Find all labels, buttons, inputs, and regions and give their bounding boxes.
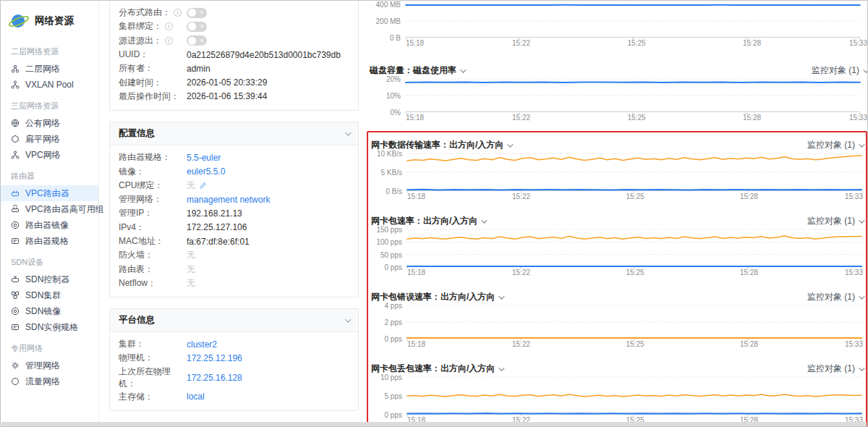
field-label: CPU绑定： [119, 179, 187, 192]
detail-row: Netflow：无 [119, 276, 349, 290]
x-axis-tick-label: 15:25 [626, 193, 644, 200]
sidebar-item-sdn镜像[interactable]: SDN镜像 [1, 303, 98, 319]
sidebar-item-vpc路由器[interactable]: VPC路由器 [1, 185, 98, 201]
sidebar-item-流量网络[interactable]: 流量网络 [1, 373, 98, 389]
vpc-router-detail-page: 网络资源 二层网络资源二层网络VXLAN Pool三层网络资源公有网络扁平网络V… [0, 0, 868, 427]
field-value: admin [187, 64, 210, 74]
x-axis-tick-label: 15:22 [512, 340, 530, 348]
x-axis-tick-label: 15:25 [626, 269, 644, 276]
mirror-icon [11, 307, 20, 316]
sidebar-item-公有网络[interactable]: 公有网络 [1, 115, 98, 131]
field-value[interactable]: euler5.5.0 [187, 166, 225, 177]
field-value: 2026-01-05 20:33:29 [187, 77, 267, 88]
detail-row: 主存储：local [119, 390, 349, 404]
toggle-switch-off[interactable]: × [187, 35, 207, 46]
chevron-down-icon [499, 365, 505, 371]
field-value[interactable]: 5.5-euler [187, 153, 221, 163]
detail-row: 路由表：无 [119, 262, 349, 276]
sidebar-item-vpc路由器高可用组[interactable]: VPC路由器高可用组 [1, 201, 98, 217]
sidebar-item-label: 公有网络 [25, 117, 60, 130]
router-icon [11, 189, 20, 198]
horizontal-scrollbar[interactable] [1, 422, 867, 426]
field-label: 所有者： [119, 62, 187, 75]
monitor-object-dropdown[interactable]: 监控对象 (1) [807, 139, 863, 151]
toggle-switch-off[interactable]: × [187, 22, 207, 32]
collapse-chevron-icon[interactable] [345, 316, 351, 322]
field-value: 172.25.127.106 [187, 222, 247, 232]
field-value[interactable]: cluster2 [187, 339, 217, 350]
detail-row: 管理网络：management network [119, 193, 349, 206]
monitor-object-dropdown[interactable]: 监控对象 (1) [807, 215, 863, 227]
chart-canvas [407, 305, 861, 339]
highlight-annotation-box: 网卡数据传输速率：出方向/入方向监控对象 (1)10 KB/s5 KB/s0 B… [367, 131, 867, 427]
field-label: 最后操作时间： [119, 90, 187, 103]
monitor-object-dropdown[interactable]: 监控对象 (1) [812, 64, 867, 77]
x-axis-tick-label: 15:22 [512, 193, 530, 200]
info-icon[interactable]: i [165, 22, 173, 30]
detail-row: 集群绑定：i× [119, 20, 349, 33]
toggle-switch-off[interactable]: × [187, 8, 207, 18]
gear-icon [11, 361, 20, 370]
field-label: 主存储： [119, 391, 187, 403]
x-axis-tick-label: 15:18 [407, 340, 425, 348]
field-value: 192.168.21.13 [187, 208, 242, 219]
y-axis-tick-label: 10 KB/s [377, 150, 407, 158]
y-axis-tick-label: 0% [391, 109, 406, 117]
sidebar-item-sdn实例规格[interactable]: SDN实例规格 [1, 319, 98, 335]
globe-icon [11, 119, 20, 127]
y-axis-tick-label: 50 pps [380, 250, 407, 258]
field-value[interactable]: 172.25.12.196 [187, 353, 242, 363]
y-axis-tick-label: 2 pps [385, 318, 407, 326]
sidebar-item-二层网络[interactable]: 二层网络 [1, 61, 98, 77]
collapse-chevron-icon[interactable] [345, 130, 351, 135]
detail-row: MAC地址：fa:67:df:8e:6f:01 [119, 234, 349, 248]
chart-网卡包丢包速率: 网卡包丢包速率：出方向/入方向监控对象 (1)10 pps5 pps0 pps1… [371, 363, 863, 424]
brand-title: 网络资源 [35, 14, 74, 28]
detail-row: 集群：cluster2 [119, 337, 349, 351]
field-value[interactable]: 172.25.16.128 [187, 373, 242, 383]
chart-plot: 10 KB/s5 KB/s0 B/s [407, 153, 863, 191]
monitor-object-dropdown[interactable]: 监控对象 (1) [807, 363, 863, 375]
sidebar: 网络资源 二层网络资源二层网络VXLAN Pool三层网络资源公有网络扁平网络V… [1, 1, 99, 423]
sidebar-item-vpc网络[interactable]: VPC网络 [1, 147, 98, 163]
monitor-object-dropdown[interactable]: 监控对象 (1) [807, 291, 863, 303]
x-axis-tick-label: 15:18 [407, 269, 425, 276]
x-axis-tick-label: 15:28 [740, 269, 758, 276]
info-icon[interactable]: i [165, 37, 173, 45]
info-icon[interactable]: i [174, 9, 182, 17]
field-value[interactable]: local [187, 392, 205, 402]
cluster-icon [11, 291, 20, 300]
edit-pencil-icon[interactable] [199, 182, 207, 190]
sidebar-item-路由器镜像[interactable]: 路由器镜像 [1, 217, 98, 233]
detail-column: 分布式路由：i×集群绑定：i×源进源出：i×UUID：0a212526879d4… [109, 1, 359, 422]
chevron-down-icon [859, 293, 864, 299]
chart-plot: 150 pps100 pps50 pps0 pps [407, 229, 863, 267]
chart-title-dropdown[interactable]: 磁盘容量：磁盘使用率 [370, 64, 464, 77]
y-axis-tick-label: 5 KB/s [381, 169, 407, 177]
field-value[interactable]: management network [187, 195, 270, 205]
sidebar-item-扁平网络[interactable]: 扁平网络 [1, 131, 98, 147]
chevron-down-icon [859, 217, 864, 223]
monitor-column: 400 MB200 MB0 B15:1815:2215:2515:2815:33… [370, 1, 867, 427]
config-card-title: 配置信息 [119, 127, 155, 140]
sidebar-item-sdn集群[interactable]: SDN集群 [1, 287, 98, 303]
chevron-down-icon [482, 217, 488, 223]
l2-network-icon [11, 64, 20, 73]
sidebar-item-路由器规格[interactable]: 路由器规格 [1, 233, 98, 249]
sidebar-item-label: 路由器规格 [25, 235, 69, 248]
field-label: 集群： [119, 338, 187, 350]
y-axis-tick-label: 10% [386, 92, 406, 100]
detail-row: 所有者：admin [119, 62, 349, 75]
x-axis-tick-label: 15:33 [845, 269, 863, 276]
sidebar-item-vxlan-pool[interactable]: VXLAN Pool [1, 77, 98, 93]
sidebar-item-管理网络[interactable]: 管理网络 [1, 358, 98, 373]
sidebar-item-sdn控制器[interactable]: SDN控制器 [1, 271, 98, 287]
sidebar-item-label: 管理网络 [25, 360, 60, 372]
sidebar-item-label: VPC网络 [25, 149, 61, 161]
field-label: 源进源出：i [119, 35, 187, 47]
detail-row: 物理机：172.25.12.196 [119, 351, 349, 365]
y-axis-tick-label: 0 pps [385, 335, 407, 343]
detail-row: 源进源出：i× [119, 34, 349, 48]
x-axis-tick-label: 15:28 [740, 340, 758, 348]
field-label: 路由表： [119, 263, 187, 276]
